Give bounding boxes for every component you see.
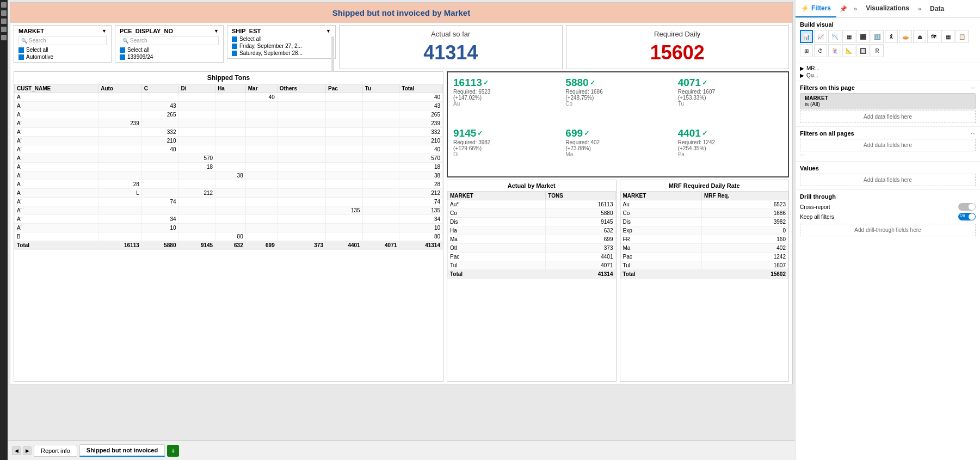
strip-icon-4[interactable] [1, 27, 7, 32]
metric-name-3: Di [453, 151, 558, 157]
vis-icon-waterfall[interactable]: 🔢 [871, 30, 884, 43]
list-item: Co5880 [448, 209, 616, 218]
col-c: C [141, 84, 178, 93]
mrf-required-table: MRF Required Daily Rate MARKET MRF Req. … [620, 180, 790, 382]
pce-item-label: 133909/24 [127, 54, 153, 60]
strip-icon-5[interactable] [1, 35, 7, 40]
vis-icon-table[interactable]: 📋 [956, 30, 969, 43]
keep-all-filters-toggle[interactable]: On [958, 213, 976, 220]
filters-on-page-more[interactable]: ··· [971, 84, 976, 91]
filters-all-pages-more[interactable]: ··· [971, 130, 976, 137]
metric-pct-0: (+147.02%) [453, 95, 558, 101]
tab-nav-left[interactable]: ◀ [12, 446, 21, 455]
mr-expand-icon[interactable]: ▶ [800, 65, 804, 71]
vis-expand-icon[interactable]: » [915, 3, 924, 14]
list-item: Ha632 [448, 226, 616, 235]
shipped-tons-table: Shipped Tons CUST_NAME Auto C Di Ha Mar [14, 71, 443, 382]
tab-report-info[interactable]: Report info [34, 445, 77, 457]
market-filter-chevron[interactable]: ▼ [102, 28, 107, 34]
abm-col2: TONS [546, 192, 615, 200]
metric-card-3: 9145 ✓ Required: 3982 (+129.66%) Di [450, 125, 561, 175]
sidebar-pin-icon[interactable]: 📌 [836, 3, 850, 15]
tab-data[interactable]: Data [924, 1, 950, 17]
drill-through-label: Drill through [800, 193, 976, 200]
ship-select-all-checkbox[interactable] [232, 36, 237, 42]
tab-add[interactable]: + [167, 445, 179, 457]
vis-icon-card[interactable]: 🃏 [828, 44, 841, 57]
cross-report-toggle[interactable]: Off [958, 203, 976, 211]
pce-filter-chevron[interactable]: ▼ [214, 28, 219, 34]
vis-icon-r[interactable]: R [871, 44, 884, 57]
vis-icon-gauge[interactable]: ⏱ [814, 44, 827, 57]
actual-by-market-title: Actual by Market [447, 180, 616, 191]
tab-nav-right[interactable]: ▶ [23, 446, 32, 455]
list-item: Pac4401 [448, 253, 616, 261]
build-visual-label: Build visual [800, 21, 976, 28]
pce-select-all-checkbox[interactable] [120, 47, 125, 53]
vis-icon-line[interactable]: 📈 [814, 30, 827, 43]
vis-icon-bar[interactable]: 📊 [800, 30, 813, 43]
tab-visualizations[interactable]: Visualizations [860, 0, 915, 17]
vis-icon-scatter[interactable]: ⬛ [856, 30, 870, 43]
vis-icon-column[interactable]: ▦ [842, 30, 855, 43]
vis-icon-matrix[interactable]: ⊞ [800, 44, 813, 57]
metric-val-0: 16113 [453, 77, 482, 89]
vis-icon-area[interactable]: 📉 [828, 30, 841, 43]
metric-val-5: 4401 [678, 127, 701, 139]
table-row: A4343 [15, 102, 443, 111]
market-filter[interactable]: MARKET ▼ 🔍 Search Select all [14, 25, 112, 63]
strip-icon-2[interactable] [1, 10, 7, 16]
vis-icon-funnel[interactable]: ⏏ [913, 30, 926, 43]
sidebar-expand-icon[interactable]: » [850, 3, 860, 14]
vis-icon-ribbon[interactable]: 🎗 [885, 30, 898, 43]
filters-on-page-label: Filters on this page [800, 84, 855, 91]
market-filter-label: MARKET [19, 28, 44, 34]
vis-icon-slicer[interactable]: 🔲 [856, 44, 870, 57]
actual-by-market-table: Actual by Market MARKET TONS Au*16113Co5… [447, 180, 617, 382]
col-ha: Ha [215, 84, 246, 93]
col-tu: Tu [362, 84, 399, 93]
add-data-fields-values[interactable]: Add data fields here [800, 174, 976, 186]
table-row: A'1010 [15, 224, 443, 232]
metric-val-1: 5880 [565, 77, 588, 89]
table-row: A'3434 [15, 215, 443, 224]
tab-shipped[interactable]: Shipped but not invoiced [79, 444, 165, 457]
metric-card-1: 5880 ✓ Required: 1686 (+248.75%) Co [562, 75, 673, 124]
list-item: Dis3982 [620, 218, 788, 226]
pce-search-icon: 🔍 [122, 38, 128, 44]
market-automotive-checkbox[interactable] [19, 54, 24, 60]
strip-icon-1[interactable] [1, 2, 7, 8]
list-item: Exp0 [620, 226, 788, 235]
pce-item-checkbox[interactable] [120, 54, 125, 60]
market-automotive-label: Automotive [26, 54, 53, 60]
kpi-actual-card: Actual so far 41314 [339, 25, 563, 69]
ship-est-filter[interactable]: SHIP_EST ▼ Select all Friday, September … [227, 25, 336, 59]
pce-filter[interactable]: PCE_DISPLAY_NO ▼ 🔍 Search Select all [115, 25, 224, 63]
more-dots: ··· [800, 152, 804, 158]
vis-icon-map[interactable]: 🗺 [927, 30, 940, 43]
add-drill-fields[interactable]: Add drill-through fields here [800, 224, 976, 236]
ship-item2-checkbox[interactable] [232, 51, 237, 56]
qu-expand-icon[interactable]: ▶ [800, 72, 804, 78]
ship-item1-checkbox[interactable] [232, 44, 237, 49]
vis-icon-pie[interactable]: 🥧 [899, 30, 912, 43]
market-select-all-checkbox[interactable] [19, 47, 24, 53]
table-row: A570570 [15, 154, 443, 163]
list-item: Otl373 [448, 244, 616, 253]
vis-icon-kpi[interactable]: 📐 [842, 44, 855, 57]
add-data-fields-page[interactable]: Add data fields here [800, 111, 976, 123]
ship-item2-label: Saturday, September 28... [239, 50, 303, 56]
vis-icon-treemap[interactable]: ▦ [941, 30, 954, 43]
mrf-col1: MARKET [620, 192, 701, 200]
list-item: Au6523 [620, 200, 788, 209]
filters-tab-label: Filters [811, 4, 831, 12]
ship-select-all-label: Select all [239, 36, 262, 42]
ship-est-chevron[interactable]: ▼ [326, 28, 331, 34]
mrf-col2: MRF Req. [701, 192, 788, 200]
mrf-total-row: Total15602 [620, 270, 788, 279]
add-data-fields-all[interactable]: Add data fields here [800, 139, 976, 151]
tab-filters[interactable]: ⚡ Filters [796, 0, 836, 17]
table-row: A2828 [15, 180, 443, 189]
strip-icon-3[interactable] [1, 19, 7, 24]
col-total: Total [399, 84, 443, 93]
